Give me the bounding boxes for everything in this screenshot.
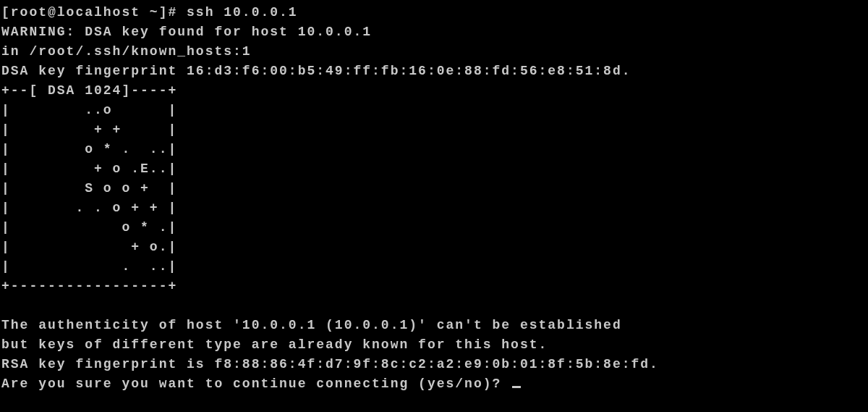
randomart-row: | . . o + + | <box>1 201 177 215</box>
authenticity-line-1: The authenticity of host '10.0.0.1 (10.0… <box>1 318 622 332</box>
cursor-icon <box>512 386 521 388</box>
randomart-row: | S o o + | <box>1 181 177 196</box>
shell-prompt: [root@localhost ~]# <box>1 5 187 20</box>
dsa-fingerprint: DSA key fingerprint 16:d3:f6:00:b5:49:ff… <box>1 64 631 78</box>
ssh-warning: WARNING: DSA key found for host 10.0.0.1 <box>1 25 372 39</box>
command-input: ssh 10.0.0.1 <box>187 5 298 20</box>
randomart-row: | o * . ..| <box>1 142 177 156</box>
terminal-window[interactable]: [root@localhost ~]# ssh 10.0.0.1 WARNING… <box>0 0 868 394</box>
confirm-prompt[interactable]: Are you sure you want to continue connec… <box>1 377 511 391</box>
randomart-row: | o * .| <box>1 220 177 235</box>
known-hosts-line: in /root/.ssh/known_hosts:1 <box>1 44 252 59</box>
randomart-row: | . ..| <box>1 259 177 274</box>
randomart-bottom: +-----------------+ <box>1 279 177 293</box>
randomart-top: +--[ DSA 1024]----+ <box>1 83 177 98</box>
authenticity-line-2: but keys of different type are already k… <box>1 337 548 352</box>
randomart-row: | ..o | <box>1 103 177 117</box>
randomart-row: | + + | <box>1 122 177 137</box>
rsa-fingerprint: RSA key fingerprint is f8:88:86:4f:d7:9f… <box>1 357 659 371</box>
randomart-row: | + o.| <box>1 240 177 254</box>
randomart-row: | + o .E..| <box>1 161 177 176</box>
